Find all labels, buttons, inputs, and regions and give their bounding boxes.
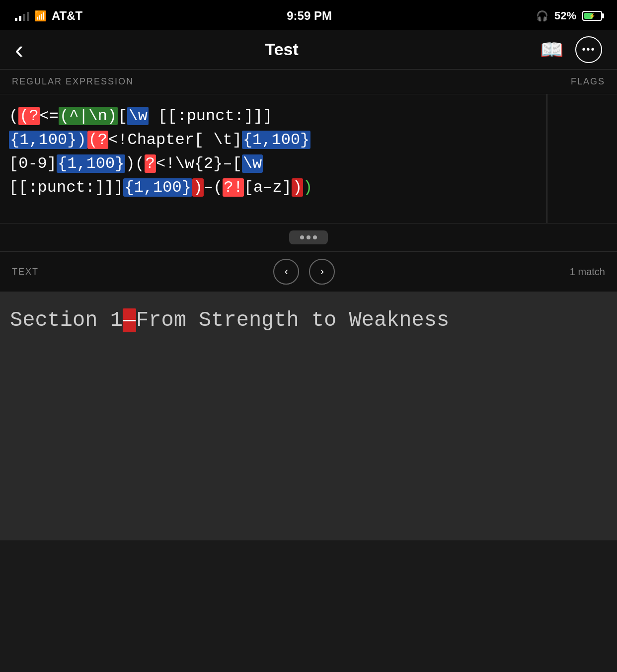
text-content-line: Section 1—From Strength to Weakness xyxy=(10,304,607,337)
status-right: 🎧 52% ⚡ xyxy=(536,9,602,22)
status-bar: 📶 AT&T 9:59 PM 🎧 52% ⚡ xyxy=(0,0,617,30)
wifi-icon: 📶 xyxy=(34,10,47,22)
tok-red-2: ) xyxy=(292,178,303,197)
text-label: TEXT xyxy=(12,267,39,277)
signal-bar-1 xyxy=(15,18,17,21)
tok-lookbehind-2: (? xyxy=(87,131,108,149)
tok-red-1: ) xyxy=(192,178,204,197)
tok-blue-5: \w xyxy=(242,154,263,173)
status-left: 📶 AT&T xyxy=(15,9,82,23)
match-navigation: ‹ › xyxy=(273,259,335,285)
tok-blue-6: {1,100} xyxy=(123,178,192,197)
tok-green-1: (^|\n) xyxy=(59,107,118,125)
dot-1 xyxy=(300,235,304,239)
tok-le: <= xyxy=(40,107,59,125)
three-dots-bar xyxy=(0,224,617,252)
next-match-button[interactable]: › xyxy=(309,259,335,285)
battery-icon: ⚡ xyxy=(582,11,602,21)
tok-lookbehind-1: (? xyxy=(18,107,39,125)
page-title: Test xyxy=(265,40,298,59)
signal-bar-3 xyxy=(23,14,25,21)
more-dots-icon: ••• xyxy=(582,44,595,55)
regex-flags-panel xyxy=(547,94,617,223)
tok-punct2: [[:punct:]]] xyxy=(9,178,123,197)
text-section-header: TEXT ‹ › 1 match xyxy=(0,252,617,292)
tok-blue-1: \w xyxy=(127,107,148,125)
regex-area: ((?<=(^|\n)[\w [[:punct:]]] {1,100})(?<!… xyxy=(0,94,617,224)
regex-input[interactable]: ((?<=(^|\n)[\w [[:punct:]]] {1,100})(?<!… xyxy=(0,94,547,223)
expand-button[interactable] xyxy=(289,230,328,244)
tok-lookbehind-3: ? xyxy=(145,154,156,173)
nav-bar: ‹ Test 📖 ••• xyxy=(0,30,617,70)
battery-bolt-icon: ⚡ xyxy=(589,13,596,19)
tok-lt-excl2: <!\w{2}–[ xyxy=(156,154,242,173)
tok-bracket-open: [ xyxy=(118,107,127,125)
more-button[interactable]: ••• xyxy=(575,36,602,63)
tok-lt-excl: <!Chapter[ \t] xyxy=(108,131,242,149)
prev-arrow-icon: ‹ xyxy=(285,265,288,278)
match-count: 1 match xyxy=(570,266,605,278)
text-display: Section 1—From Strength to Weakness xyxy=(0,292,617,540)
dot-3 xyxy=(313,235,317,239)
carrier-label: AT&T xyxy=(52,9,82,23)
tok-digits-range: [0-9] xyxy=(9,154,57,173)
book-icon[interactable]: 📖 xyxy=(540,39,563,61)
headphone-icon: 🎧 xyxy=(536,10,548,22)
next-arrow-icon: › xyxy=(320,265,324,278)
tok-paren2: )( xyxy=(125,154,144,173)
tok-space-punct: [[:punct:]]] xyxy=(149,107,273,125)
signal-bar-4 xyxy=(27,12,29,21)
battery-percent: 52% xyxy=(554,9,576,22)
battery-body: ⚡ xyxy=(582,11,602,21)
tok-lookbehind-4: ?! xyxy=(223,178,243,197)
tok-blue-4: {1,100} xyxy=(57,154,125,173)
tok-close-green: ) xyxy=(303,178,312,197)
signal-icon xyxy=(15,11,29,21)
dot-2 xyxy=(307,235,310,239)
nav-actions: 📖 ••• xyxy=(540,36,602,63)
tok-az: [a–z] xyxy=(244,178,292,197)
back-button[interactable]: ‹ xyxy=(15,35,23,65)
tok-blue-3: {1,100} xyxy=(242,131,310,149)
regex-label: REGULAR EXPRESSION xyxy=(12,76,134,87)
time-display: 9:59 PM xyxy=(287,9,332,23)
tok-paren-open: ( xyxy=(9,107,18,125)
prev-match-button[interactable]: ‹ xyxy=(273,259,299,285)
flags-label: FLAGS xyxy=(571,76,605,87)
tok-dash1: –( xyxy=(204,178,223,197)
regex-section-header: REGULAR EXPRESSION FLAGS xyxy=(0,70,617,94)
match-highlight: — xyxy=(123,308,136,332)
signal-bar-2 xyxy=(19,16,21,21)
tok-blue-2: {1,100}) xyxy=(9,131,87,149)
